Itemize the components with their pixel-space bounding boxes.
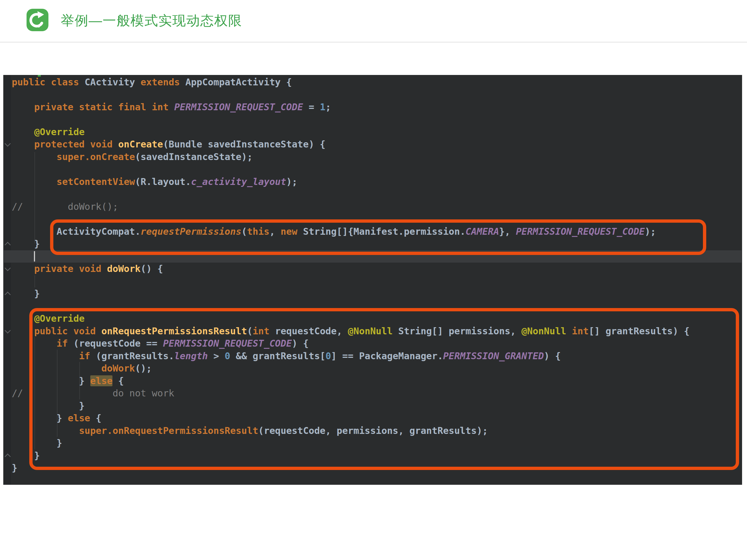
code-line: // do not work (12, 387, 690, 400)
code-line: if (requestCode == PERMISSION_REQUEST_CO… (12, 337, 690, 350)
code-line: } (12, 462, 690, 474)
code-line: private void doWork() { (12, 263, 690, 275)
code-editor-panel: public class CActivity extends AppCompat… (3, 75, 742, 485)
code-line (12, 250, 690, 263)
code-line: } (12, 450, 690, 462)
code-line (12, 163, 690, 176)
editor-gutter (3, 75, 11, 485)
code-line (12, 300, 690, 313)
code-line: private static final int PERMISSION_REQU… (12, 101, 690, 113)
code-line: } (12, 437, 690, 450)
code-line (12, 188, 690, 201)
text-caret (34, 251, 35, 262)
code-line: @Override (12, 313, 690, 325)
code-line: setContentView(R.layout.c_activity_layou… (12, 176, 690, 188)
code-line: public class CActivity extends AppCompat… (12, 76, 690, 89)
code-line: protected void onCreate(Bundle savedInst… (12, 138, 690, 151)
slide-canvas: 举例—一般模式实现动态权限 public class CActivity ext… (0, 0, 747, 560)
code-line: @Override (12, 126, 690, 138)
code-line (12, 88, 690, 101)
code-line: } (12, 288, 690, 300)
header-divider (0, 42, 747, 43)
code-line: if (grantResults.length > 0 && grantResu… (12, 350, 690, 363)
code-line: ActivityCompat.requestPermissions(this, … (12, 225, 690, 238)
code-line: } (12, 400, 690, 412)
code-line: } else { (12, 375, 690, 388)
code-line: public void onRequestPermissionsResult(i… (12, 325, 690, 338)
code-line (12, 113, 690, 126)
code-line: // doWork(); (12, 201, 690, 213)
refresh-arrow-icon (27, 9, 48, 31)
code-lines: public class CActivity extends AppCompat… (12, 76, 690, 474)
code-line: doWork(); (12, 362, 690, 375)
code-line: super.onCreate(savedInstanceState); (12, 151, 690, 163)
code-line: } else { (12, 412, 690, 425)
code-line: } (12, 238, 690, 250)
code-line: super.onRequestPermissionsResult(request… (12, 425, 690, 437)
code-line (12, 213, 690, 225)
code-line (12, 275, 690, 288)
page-title: 举例—一般模式实现动态权限 (61, 13, 242, 28)
